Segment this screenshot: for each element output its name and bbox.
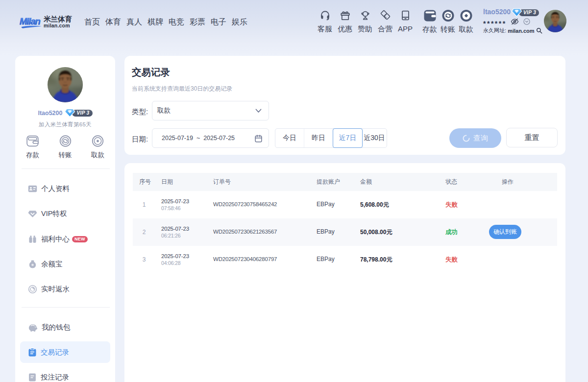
svg-text:Milan: Milan [20,16,41,26]
